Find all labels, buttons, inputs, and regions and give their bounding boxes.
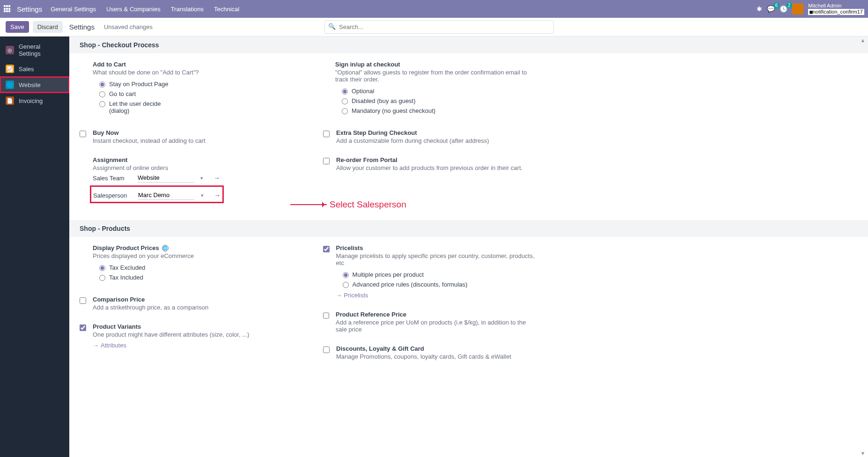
- radio-tax-excluded[interactable]: Tax Excluded: [99, 264, 194, 271]
- sidebar-item-label: Website: [19, 81, 41, 88]
- scroll-down-icon[interactable]: ▼: [860, 450, 866, 456]
- search-wrap: 🔍: [324, 20, 554, 34]
- menu-users-companies[interactable]: Users & Companies: [106, 6, 161, 13]
- checkbox-discounts[interactable]: [323, 346, 330, 353]
- sidebar-item-label: Invoicing: [19, 97, 43, 104]
- breadcrumb: Settings: [69, 23, 95, 31]
- checkbox-variants[interactable]: [80, 324, 86, 331]
- annotation-select-salesperson: Select Salesperson: [290, 199, 406, 210]
- setting-pricelists: Pricelists Manage pricelists to apply sp…: [323, 244, 538, 299]
- setting-title: Add to Cart: [93, 61, 199, 68]
- menu-technical[interactable]: Technical: [214, 6, 239, 13]
- radio-multiple-prices[interactable]: Multiple prices per product: [343, 271, 538, 278]
- setting-buy-now: Buy Now Instant checkout, instead of add…: [80, 129, 295, 144]
- link-attributes[interactable]: → Attributes: [93, 342, 249, 349]
- checkbox-ref-price[interactable]: [323, 312, 329, 319]
- activities-icon[interactable]: 🕓2: [780, 5, 787, 13]
- menu-translations[interactable]: Translations: [171, 6, 204, 13]
- salesperson-highlight: Salesperson ▾ →: [90, 185, 224, 203]
- radio-disabled[interactable]: Disabled (buy as guest): [342, 97, 538, 104]
- apps-icon[interactable]: [4, 5, 11, 13]
- checkbox-buy-now[interactable]: [80, 131, 86, 137]
- setting-desc: What should be done on "Add to Cart"?: [93, 69, 199, 76]
- radio-user-decide[interactable]: Let the user decide (dialog): [99, 100, 199, 114]
- scroll-up-icon[interactable]: ▲: [860, 37, 866, 43]
- sales-team-input[interactable]: [138, 173, 194, 183]
- sidebar-item-sales[interactable]: 📈 Sales: [0, 61, 69, 77]
- sidebar-item-website[interactable]: 🌐 Website: [0, 77, 69, 93]
- setting-comparison-price: Comparison Price Add a strikethrough pri…: [80, 296, 295, 311]
- globe-icon[interactable]: 🌐: [162, 245, 169, 251]
- setting-reference-price: Product Reference Price Add a reference …: [323, 311, 538, 333]
- section-header-checkout: Shop - Checkout Process: [69, 37, 868, 53]
- checkbox-comparison[interactable]: [80, 297, 86, 304]
- avatar[interactable]: [792, 3, 803, 15]
- external-link-icon[interactable]: →: [213, 174, 220, 182]
- radio-optional[interactable]: Optional: [342, 88, 538, 95]
- sidebar-item-invoicing[interactable]: 📄 Invoicing: [0, 93, 69, 109]
- action-bar: Save Discard Settings Unsaved changes 🔍: [0, 18, 868, 37]
- section-header-products: Shop - Products: [69, 220, 868, 237]
- sales-team-label: Sales Team: [93, 175, 129, 182]
- setting-reorder: Re-order From Portal Allow your customer…: [323, 156, 538, 171]
- top-navbar: Settings General Settings Users & Compan…: [0, 0, 868, 18]
- radio-tax-included[interactable]: Tax Included: [99, 274, 194, 281]
- radio-mandatory[interactable]: Mandatory (no guest checkout): [342, 107, 538, 114]
- setting-sign-in: Sign in/up at checkout "Optional" allows…: [323, 61, 538, 117]
- external-link-icon[interactable]: →: [214, 192, 221, 199]
- checkbox-pricelists[interactable]: [323, 246, 330, 252]
- settings-content[interactable]: ▲ Shop - Checkout Process Add to Cart Wh…: [69, 37, 868, 457]
- settings-sidebar: ◎ General Settings 📈 Sales 🌐 Website 📄 I…: [0, 37, 69, 457]
- messages-icon[interactable]: 💬6: [767, 5, 775, 13]
- setting-display-prices: Display Product Prices🌐 Prices displayed…: [80, 244, 295, 284]
- checkbox-reorder[interactable]: [323, 158, 330, 164]
- top-menu: General Settings Users & Companies Trans…: [51, 6, 239, 13]
- save-button[interactable]: Save: [6, 21, 29, 33]
- setting-assignment: Assignment Assignment of online orders S…: [80, 156, 295, 200]
- discard-button[interactable]: Discard: [33, 21, 63, 33]
- radio-stay-on-page[interactable]: Stay on Product Page: [99, 81, 199, 88]
- search-icon: 🔍: [328, 23, 336, 30]
- sidebar-item-label: Sales: [19, 66, 34, 73]
- chevron-down-icon[interactable]: ▾: [200, 175, 203, 181]
- search-input[interactable]: [324, 20, 554, 34]
- user-name: Mitchell Admin: [808, 3, 864, 9]
- debug-icon[interactable]: ✱: [757, 5, 762, 13]
- radio-advanced-rules[interactable]: Advanced price rules (discounts, formula…: [343, 281, 538, 288]
- unsaved-status: Unsaved changes: [104, 23, 153, 30]
- setting-product-variants: Product Variants One product might have …: [80, 323, 295, 349]
- setting-extra-step: Extra Step During Checkout Add a customi…: [323, 129, 538, 144]
- sidebar-item-label: General Settings: [19, 43, 64, 57]
- salesperson-label: Salesperson: [93, 192, 130, 199]
- link-pricelists[interactable]: → Pricelists: [336, 292, 538, 299]
- setting-discounts: Discounts, Loyalty & Gift Card Manage Pr…: [323, 345, 538, 360]
- setting-add-to-cart: Add to Cart What should be done on "Add …: [80, 61, 295, 117]
- notification-tag: ■notification_confirm17: [808, 9, 864, 15]
- user-block[interactable]: Mitchell Admin ■notification_confirm17: [808, 3, 864, 15]
- menu-general-settings[interactable]: General Settings: [51, 6, 96, 13]
- brand-title: Settings: [17, 5, 42, 13]
- radio-go-to-cart[interactable]: Go to cart: [99, 90, 199, 97]
- sidebar-item-general[interactable]: ◎ General Settings: [0, 39, 69, 61]
- chevron-down-icon[interactable]: ▾: [201, 192, 204, 199]
- checkbox-extra-step[interactable]: [323, 131, 330, 137]
- salesperson-input[interactable]: [138, 191, 194, 200]
